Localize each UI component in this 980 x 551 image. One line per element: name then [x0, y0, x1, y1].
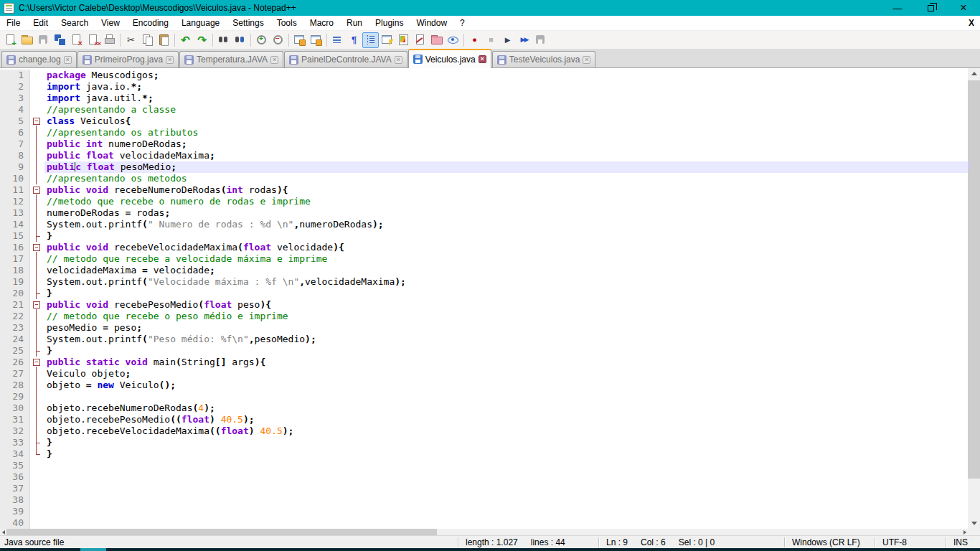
- code-line[interactable]: 13numeroDeRodas = rodas;: [0, 207, 968, 219]
- code-line[interactable]: 37: [0, 483, 968, 494]
- code-line[interactable]: 15}: [0, 230, 968, 242]
- code-line[interactable]: 30objeto.recebeNumeroDeRodas(4);: [0, 402, 968, 414]
- save-file-button[interactable]: [35, 32, 52, 48]
- code-line[interactable]: 36: [0, 471, 968, 483]
- fold-collapse-icon[interactable]: [33, 301, 40, 309]
- code-line[interactable]: 5class Veiculos{: [0, 116, 968, 127]
- new-file-button[interactable]: [2, 32, 19, 48]
- replace-button[interactable]: [232, 32, 248, 48]
- undo-button[interactable]: ↶: [177, 32, 194, 48]
- menu-item-edit[interactable]: Edit: [27, 17, 55, 29]
- status-eol-format[interactable]: Windows (CR LF): [785, 537, 875, 547]
- status-encoding[interactable]: UTF-8: [875, 537, 946, 547]
- show-all-characters-button[interactable]: ¶: [346, 32, 362, 48]
- code-line[interactable]: 35: [0, 460, 968, 471]
- scroll-left-arrow[interactable]: [0, 529, 6, 535]
- scroll-right-arrow[interactable]: [961, 529, 968, 535]
- tab-testeveiculos-java[interactable]: TesteVeiculos.java×: [492, 51, 596, 67]
- scroll-up-arrow[interactable]: [968, 68, 980, 79]
- macro-save-button[interactable]: [532, 32, 549, 48]
- code-line[interactable]: 19System.out.printf("Velocidade máxima :…: [0, 276, 968, 288]
- sync-horizontal-button[interactable]: [308, 32, 324, 48]
- code-line[interactable]: 6//apresentando os atributos: [0, 127, 968, 138]
- macro-record-button[interactable]: ●: [466, 32, 483, 48]
- vertical-scroll-thumb[interactable]: [968, 80, 980, 479]
- fold-margin[interactable]: [30, 184, 44, 196]
- tab-close-icon[interactable]: ×: [64, 56, 72, 64]
- menu-item-file[interactable]: File: [0, 17, 27, 29]
- code-line[interactable]: 9public float pesoMedio;: [0, 161, 968, 173]
- sync-vertical-button[interactable]: [291, 32, 308, 48]
- code-line[interactable]: 29: [0, 391, 968, 402]
- code-line[interactable]: 16public void recebeVelocidadeMaxima(flo…: [0, 242, 968, 253]
- find-button[interactable]: [215, 32, 232, 48]
- menu-item-macro[interactable]: Macro: [303, 17, 340, 29]
- menu-item-settings[interactable]: Settings: [226, 17, 270, 29]
- code-editor[interactable]: 1package Meuscodigos;2import java.io.*;3…: [0, 68, 968, 529]
- word-wrap-button[interactable]: [329, 32, 346, 48]
- tab-veiculos-java[interactable]: Veiculos.java×: [408, 49, 491, 68]
- fold-collapse-icon[interactable]: [33, 187, 40, 194]
- macro-run-multiple-button[interactable]: ▶▶: [516, 32, 532, 48]
- code-line[interactable]: 39: [0, 506, 968, 517]
- code-line[interactable]: 32objeto.recebeVelocidadeMaxima((float) …: [0, 425, 968, 437]
- fold-margin[interactable]: [30, 242, 44, 253]
- code-line[interactable]: 23pesoMedio = peso;: [0, 322, 968, 334]
- save-all-button[interactable]: [52, 32, 68, 48]
- code-line[interactable]: 12//metodo que recebe o numero de rodas …: [0, 196, 968, 207]
- menu-item-run[interactable]: Run: [340, 17, 369, 29]
- code-line[interactable]: 24System.out.printf("Peso médio: %f\n",p…: [0, 334, 968, 345]
- tab-paineldecontrole-java[interactable]: PainelDeControle.JAVA×: [284, 51, 407, 67]
- menu-item-encoding[interactable]: Encoding: [126, 17, 175, 29]
- indent-guide-button[interactable]: [362, 32, 379, 48]
- tab-close-icon[interactable]: ×: [166, 56, 174, 64]
- tab-close-icon[interactable]: ×: [395, 56, 402, 64]
- menu-item-language[interactable]: Language: [175, 17, 226, 29]
- menu-item-[interactable]: ?: [453, 17, 471, 29]
- tab-primeiroprog-java[interactable]: PrimeiroProg.java×: [77, 51, 179, 67]
- code-line[interactable]: 40: [0, 517, 968, 529]
- close-all-button[interactable]: [85, 32, 101, 48]
- close-document-x-button[interactable]: X: [969, 18, 974, 28]
- status-insert-mode[interactable]: INS: [946, 537, 980, 547]
- tab-temperatura-java[interactable]: Temperatura.JAVA×: [179, 51, 283, 67]
- vertical-scrollbar[interactable]: [968, 68, 980, 529]
- restore-button[interactable]: [914, 0, 947, 16]
- document-map-button[interactable]: [395, 32, 412, 48]
- code-line[interactable]: 4//apresentando a classe: [0, 104, 968, 116]
- redo-button[interactable]: ↷: [194, 32, 210, 48]
- fold-margin[interactable]: [30, 299, 44, 311]
- code-line[interactable]: 11public void recebeNumeroDeRodas(int ro…: [0, 184, 968, 196]
- folder-workspace-button[interactable]: [428, 32, 445, 48]
- document-switcher-button[interactable]: [445, 32, 461, 48]
- code-line[interactable]: 2import java.io.*;: [0, 81, 968, 93]
- horizontal-scroll-thumb[interactable]: [6, 529, 437, 535]
- menu-item-search[interactable]: Search: [55, 17, 95, 29]
- fold-collapse-icon[interactable]: [33, 244, 40, 251]
- open-file-button[interactable]: [19, 32, 35, 48]
- scroll-down-arrow[interactable]: [968, 518, 980, 529]
- fold-margin[interactable]: [30, 357, 44, 368]
- code-line[interactable]: 1package Meuscodigos;: [0, 70, 968, 81]
- code-line[interactable]: 17// metodo que recebe a velocidade máxi…: [0, 253, 968, 265]
- code-line[interactable]: 34}: [0, 448, 968, 460]
- code-line[interactable]: 10//apresentando os metodos: [0, 173, 968, 184]
- fold-collapse-icon[interactable]: [33, 359, 40, 366]
- code-line[interactable]: 18velocidadeMaxima = velocidade;: [0, 265, 968, 276]
- code-line[interactable]: 3import java.util.*;: [0, 93, 968, 104]
- code-line[interactable]: 21public void recebePesoMedio(float peso…: [0, 299, 968, 311]
- menu-item-window[interactable]: Window: [410, 17, 453, 29]
- close-file-button[interactable]: [68, 32, 85, 48]
- minimize-button[interactable]: —: [881, 0, 914, 16]
- tab-close-icon[interactable]: ×: [583, 56, 590, 64]
- close-button[interactable]: ×: [947, 0, 980, 16]
- copy-button[interactable]: [139, 32, 156, 48]
- print-button[interactable]: [101, 32, 118, 48]
- menu-item-view[interactable]: View: [95, 17, 126, 29]
- document-list-button[interactable]: [412, 32, 428, 48]
- tab-close-icon[interactable]: ×: [479, 55, 486, 63]
- menu-item-tools[interactable]: Tools: [270, 17, 303, 29]
- tab-change-log[interactable]: change.log×: [1, 51, 77, 67]
- code-line[interactable]: 7public int numeroDeRodas;: [0, 138, 968, 150]
- zoom-in-button[interactable]: [253, 32, 270, 48]
